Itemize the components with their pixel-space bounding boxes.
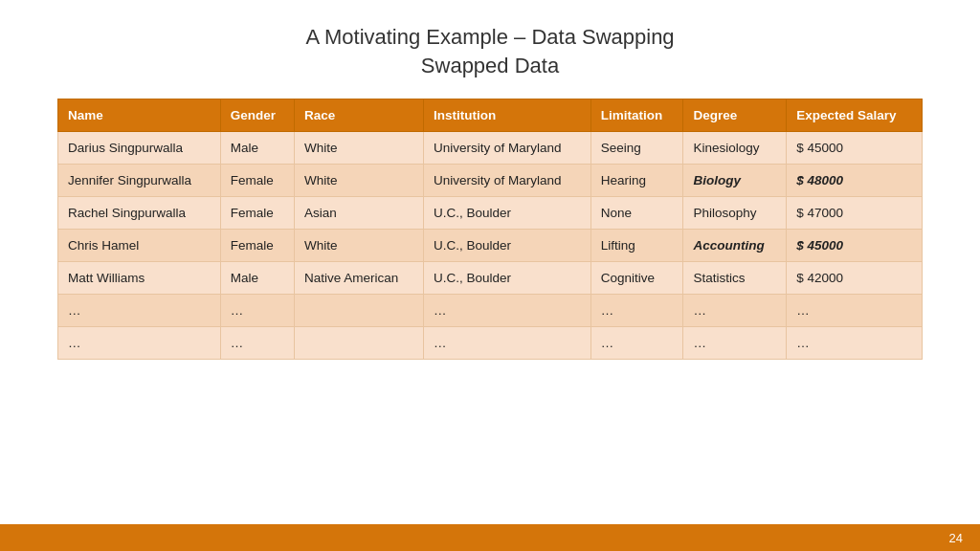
cell-limitation: …	[590, 327, 683, 360]
cell-race	[294, 295, 423, 327]
page-number: 24	[949, 531, 963, 545]
cell-degree: Statistics	[683, 262, 787, 295]
table-row: Chris HamelFemaleWhiteU.C., BoulderLifti…	[58, 230, 923, 262]
cell-institution: U.C., Boulder	[423, 230, 590, 262]
cell-gender: …	[220, 295, 294, 327]
cell-salary: …	[787, 327, 923, 360]
cell-institution: University of Maryland	[423, 165, 590, 197]
table-row: ………………	[58, 295, 923, 327]
cell-degree: …	[683, 295, 787, 327]
cell-name: Rachel Singpurwalla	[58, 197, 221, 230]
cell-limitation: Seeing	[590, 132, 683, 165]
cell-limitation: …	[590, 295, 683, 327]
cell-race: Asian	[294, 197, 423, 230]
table-row: Darius SingpurwallaMaleWhiteUniversity o…	[58, 132, 923, 165]
col-header-institution: Institution	[423, 99, 590, 132]
cell-race: White	[294, 230, 423, 262]
cell-institution: U.C., Boulder	[423, 197, 590, 230]
cell-limitation: None	[590, 197, 683, 230]
cell-salary: $ 48000	[787, 165, 923, 197]
cell-name: …	[58, 327, 221, 360]
title-line2: Swapped Data	[421, 54, 559, 77]
col-header-gender: Gender	[220, 99, 294, 132]
cell-name: Matt Williams	[58, 262, 221, 295]
cell-name: Darius Singpurwalla	[58, 132, 221, 165]
cell-limitation: Cognitive	[590, 262, 683, 295]
cell-institution: University of Maryland	[423, 132, 590, 165]
table-row: Rachel SingpurwallaFemaleAsianU.C., Boul…	[58, 197, 923, 230]
cell-salary: …	[787, 295, 923, 327]
cell-gender: Male	[220, 262, 294, 295]
cell-institution: U.C., Boulder	[423, 262, 590, 295]
cell-degree: Accounting	[683, 230, 787, 262]
cell-name: Jennifer Singpurwalla	[58, 165, 221, 197]
table-row: Matt WilliamsMaleNative AmericanU.C., Bo…	[58, 262, 923, 295]
cell-limitation: Hearing	[590, 165, 683, 197]
cell-name: …	[58, 295, 221, 327]
cell-limitation: Lifting	[590, 230, 683, 262]
table-row: Jennifer SingpurwallaFemaleWhiteUniversi…	[58, 165, 923, 197]
table-wrapper: Name Gender Race Institution Limitation …	[57, 99, 923, 360]
cell-name: Chris Hamel	[58, 230, 221, 262]
cell-salary: $ 42000	[787, 262, 923, 295]
cell-salary: $ 45000	[787, 230, 923, 262]
slide: A Motivating Example – Data Swapping Swa…	[0, 0, 980, 551]
cell-gender: Male	[220, 132, 294, 165]
table-header-row: Name Gender Race Institution Limitation …	[58, 99, 923, 132]
cell-salary: $ 47000	[787, 197, 923, 230]
cell-institution: …	[423, 327, 590, 360]
cell-race: Native American	[294, 262, 423, 295]
col-header-salary: Expected Salary	[787, 99, 923, 132]
cell-gender: Female	[220, 197, 294, 230]
cell-salary: $ 45000	[787, 132, 923, 165]
cell-race	[294, 327, 423, 360]
cell-degree: Kinesiology	[683, 132, 787, 165]
col-header-limitation: Limitation	[590, 99, 683, 132]
cell-degree: Philosophy	[683, 197, 787, 230]
slide-title: A Motivating Example – Data Swapping Swa…	[305, 23, 674, 79]
cell-degree: …	[683, 327, 787, 360]
cell-race: White	[294, 132, 423, 165]
cell-gender: Female	[220, 230, 294, 262]
title-line1: A Motivating Example – Data Swapping	[305, 25, 674, 49]
col-header-degree: Degree	[683, 99, 787, 132]
cell-gender: …	[220, 327, 294, 360]
table-row: ………………	[58, 327, 923, 360]
col-header-name: Name	[58, 99, 221, 132]
cell-gender: Female	[220, 165, 294, 197]
col-header-race: Race	[294, 99, 423, 132]
cell-degree: Biology	[683, 165, 787, 197]
cell-institution: …	[423, 295, 590, 327]
data-table: Name Gender Race Institution Limitation …	[57, 99, 923, 360]
bottom-bar: 24	[0, 524, 980, 551]
cell-race: White	[294, 165, 423, 197]
